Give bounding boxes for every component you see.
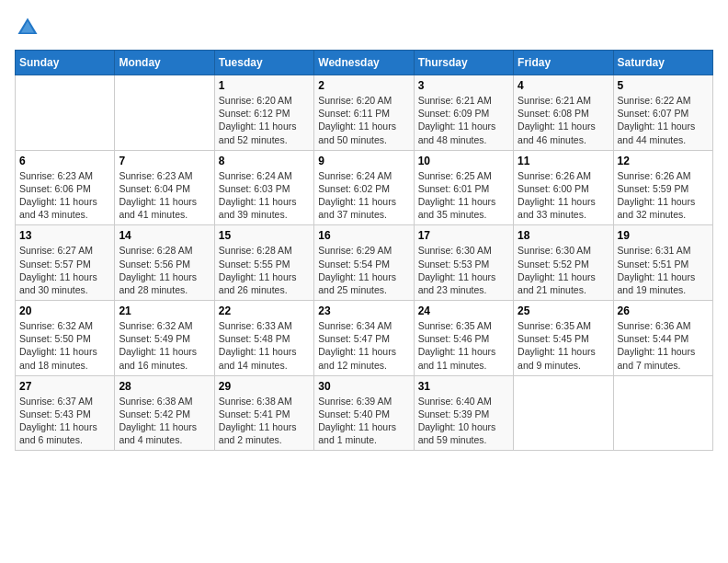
day-of-week-header: Monday [115,51,214,75]
day-number: 2 [318,79,409,92]
day-info: Sunrise: 6:38 AMSunset: 5:42 PMDaylight:… [119,395,210,447]
day-info: Sunrise: 6:35 AMSunset: 5:46 PMDaylight:… [418,319,509,372]
calendar-cell: 31 Sunrise: 6:40 AMSunset: 5:39 PMDaylig… [414,375,513,451]
calendar-week-row: 1 Sunrise: 6:20 AMSunset: 6:12 PMDayligh… [16,75,713,151]
calendar-week-row: 6 Sunrise: 6:23 AMSunset: 6:06 PMDayligh… [16,150,713,225]
calendar-cell: 8 Sunrise: 6:24 AMSunset: 6:03 PMDayligh… [214,150,313,225]
day-number: 11 [518,155,609,167]
day-number: 16 [318,229,409,242]
day-number: 18 [518,229,609,242]
day-info: Sunrise: 6:31 AMSunset: 5:51 PMDaylight:… [618,244,709,296]
day-number: 15 [219,229,310,242]
calendar-cell: 25 Sunrise: 6:35 AMSunset: 5:45 PMDaylig… [514,301,613,376]
day-info: Sunrise: 6:28 AMSunset: 5:56 PMDaylight:… [119,244,210,296]
logo [15,15,44,40]
day-number: 17 [418,229,509,242]
calendar-cell: 17 Sunrise: 6:30 AMSunset: 5:53 PMDaylig… [414,225,513,301]
day-number: 5 [618,79,709,92]
calendar-cell: 15 Sunrise: 6:28 AMSunset: 5:55 PMDaylig… [214,225,313,301]
calendar-cell [115,75,214,151]
day-info: Sunrise: 6:28 AMSunset: 5:55 PMDaylight:… [219,244,310,296]
calendar-cell: 19 Sunrise: 6:31 AMSunset: 5:51 PMDaylig… [613,225,712,301]
calendar-cell: 2 Sunrise: 6:20 AMSunset: 6:11 PMDayligh… [314,75,414,151]
day-info: Sunrise: 6:24 AMSunset: 6:03 PMDaylight:… [219,169,310,222]
calendar-cell: 6 Sunrise: 6:23 AMSunset: 6:06 PMDayligh… [16,150,115,225]
day-info: Sunrise: 6:40 AMSunset: 5:39 PMDaylight:… [418,395,509,447]
page-header [15,15,713,40]
day-number: 24 [418,304,509,317]
day-of-week-header: Wednesday [314,51,414,75]
day-info: Sunrise: 6:25 AMSunset: 6:01 PMDaylight:… [418,169,509,222]
day-info: Sunrise: 6:22 AMSunset: 6:07 PMDaylight:… [618,94,709,146]
day-info: Sunrise: 6:20 AMSunset: 6:12 PMDaylight:… [219,94,310,146]
calendar-cell: 29 Sunrise: 6:38 AMSunset: 5:41 PMDaylig… [214,375,313,451]
calendar-cell: 27 Sunrise: 6:37 AMSunset: 5:43 PMDaylig… [16,375,115,451]
day-info: Sunrise: 6:30 AMSunset: 5:53 PMDaylight:… [418,244,509,296]
calendar-cell: 12 Sunrise: 6:26 AMSunset: 5:59 PMDaylig… [613,150,712,225]
day-info: Sunrise: 6:24 AMSunset: 6:02 PMDaylight:… [318,169,409,222]
day-number: 25 [518,304,609,317]
day-number: 12 [618,155,709,167]
day-number: 26 [618,304,709,317]
day-number: 3 [418,79,509,92]
calendar-header-row: SundayMondayTuesdayWednesdayThursdayFrid… [16,51,713,75]
calendar-cell: 3 Sunrise: 6:21 AMSunset: 6:09 PMDayligh… [414,75,513,151]
day-number: 30 [318,380,409,393]
day-info: Sunrise: 6:29 AMSunset: 5:54 PMDaylight:… [318,244,409,296]
day-info: Sunrise: 6:21 AMSunset: 6:09 PMDaylight:… [418,94,509,146]
day-number: 27 [19,380,110,393]
day-info: Sunrise: 6:27 AMSunset: 5:57 PMDaylight:… [19,244,110,296]
day-info: Sunrise: 6:23 AMSunset: 6:06 PMDaylight:… [19,169,110,222]
calendar-cell [613,375,712,451]
day-info: Sunrise: 6:36 AMSunset: 5:44 PMDaylight:… [618,319,709,372]
day-of-week-header: Thursday [414,51,513,75]
day-number: 4 [518,79,609,92]
day-number: 28 [119,380,210,393]
day-number: 31 [418,380,509,393]
calendar-cell: 20 Sunrise: 6:32 AMSunset: 5:50 PMDaylig… [16,301,115,376]
calendar-cell: 28 Sunrise: 6:38 AMSunset: 5:42 PMDaylig… [115,375,214,451]
day-info: Sunrise: 6:26 AMSunset: 6:00 PMDaylight:… [518,169,609,222]
calendar-week-row: 27 Sunrise: 6:37 AMSunset: 5:43 PMDaylig… [16,375,713,451]
calendar-cell: 1 Sunrise: 6:20 AMSunset: 6:12 PMDayligh… [214,75,313,151]
calendar-cell: 9 Sunrise: 6:24 AMSunset: 6:02 PMDayligh… [314,150,414,225]
day-number: 21 [119,304,210,317]
calendar-week-row: 20 Sunrise: 6:32 AMSunset: 5:50 PMDaylig… [16,301,713,376]
day-number: 20 [19,304,110,317]
day-info: Sunrise: 6:35 AMSunset: 5:45 PMDaylight:… [518,319,609,372]
day-number: 14 [119,229,210,242]
day-info: Sunrise: 6:32 AMSunset: 5:49 PMDaylight:… [119,319,210,372]
day-of-week-header: Tuesday [214,51,313,75]
calendar-cell: 11 Sunrise: 6:26 AMSunset: 6:00 PMDaylig… [514,150,613,225]
calendar-week-row: 13 Sunrise: 6:27 AMSunset: 5:57 PMDaylig… [16,225,713,301]
calendar-cell: 5 Sunrise: 6:22 AMSunset: 6:07 PMDayligh… [613,75,712,151]
day-info: Sunrise: 6:37 AMSunset: 5:43 PMDaylight:… [19,395,110,447]
day-number: 23 [318,304,409,317]
calendar-cell: 13 Sunrise: 6:27 AMSunset: 5:57 PMDaylig… [16,225,115,301]
day-number: 6 [19,155,110,167]
calendar-cell: 23 Sunrise: 6:34 AMSunset: 5:47 PMDaylig… [314,301,414,376]
calendar-cell: 21 Sunrise: 6:32 AMSunset: 5:49 PMDaylig… [115,301,214,376]
day-of-week-header: Sunday [16,51,115,75]
logo-icon [15,15,40,40]
calendar-cell: 26 Sunrise: 6:36 AMSunset: 5:44 PMDaylig… [613,301,712,376]
calendar-cell: 10 Sunrise: 6:25 AMSunset: 6:01 PMDaylig… [414,150,513,225]
calendar-cell: 16 Sunrise: 6:29 AMSunset: 5:54 PMDaylig… [314,225,414,301]
calendar-cell [16,75,115,151]
calendar-cell: 14 Sunrise: 6:28 AMSunset: 5:56 PMDaylig… [115,225,214,301]
calendar-cell: 7 Sunrise: 6:23 AMSunset: 6:04 PMDayligh… [115,150,214,225]
day-info: Sunrise: 6:30 AMSunset: 5:52 PMDaylight:… [518,244,609,296]
calendar-cell: 24 Sunrise: 6:35 AMSunset: 5:46 PMDaylig… [414,301,513,376]
calendar-table: SundayMondayTuesdayWednesdayThursdayFrid… [15,50,713,451]
calendar-cell: 30 Sunrise: 6:39 AMSunset: 5:40 PMDaylig… [314,375,414,451]
day-number: 29 [219,380,310,393]
day-of-week-header: Friday [514,51,613,75]
day-number: 1 [219,79,310,92]
calendar-cell: 18 Sunrise: 6:30 AMSunset: 5:52 PMDaylig… [514,225,613,301]
day-info: Sunrise: 6:21 AMSunset: 6:08 PMDaylight:… [518,94,609,146]
day-info: Sunrise: 6:20 AMSunset: 6:11 PMDaylight:… [318,94,409,146]
day-number: 9 [318,155,409,167]
day-number: 7 [119,155,210,167]
calendar-cell: 4 Sunrise: 6:21 AMSunset: 6:08 PMDayligh… [514,75,613,151]
day-info: Sunrise: 6:34 AMSunset: 5:47 PMDaylight:… [318,319,409,372]
